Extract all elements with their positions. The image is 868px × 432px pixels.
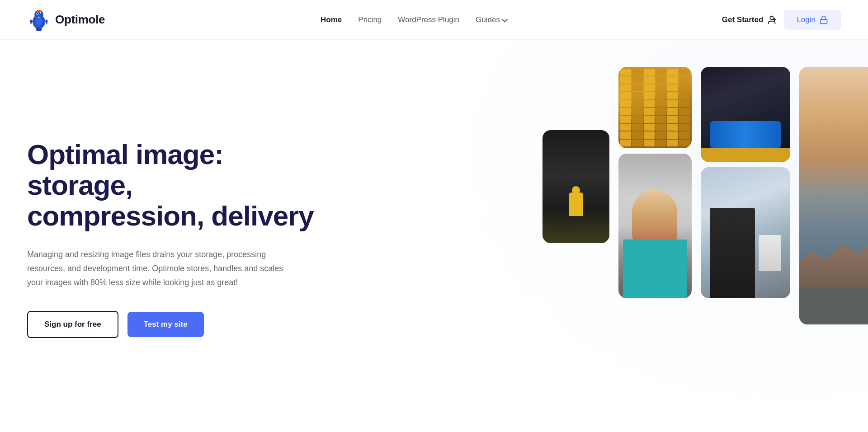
svg-point-8 (770, 16, 774, 19)
person-add-icon (767, 15, 777, 25)
nav-links: Home Pricing WordPress Plugin Guides (321, 15, 506, 24)
login-button[interactable]: Login (784, 10, 841, 30)
test-site-button[interactable]: Test my site (127, 312, 204, 337)
hero-image-1 (542, 130, 609, 243)
nav-link-wordpress[interactable]: WordPress Plugin (398, 15, 459, 24)
nav-item-pricing[interactable]: Pricing (358, 15, 382, 24)
lock-icon (819, 15, 828, 24)
brand-logo[interactable]: Optimole (27, 8, 105, 32)
nav-link-guides[interactable]: Guides (476, 15, 506, 24)
nav-item-home[interactable]: Home (321, 15, 342, 24)
navigation: Optimole Home Pricing WordPress Plugin G… (0, 0, 868, 40)
hero-image-5 (701, 167, 790, 298)
svg-point-7 (40, 12, 42, 13)
hero-image-collage (542, 67, 850, 410)
hero-description: Managing and resizing image files drains… (27, 248, 289, 289)
hero-cta-buttons: Sign up for free Test my site (27, 311, 316, 338)
svg-rect-6 (37, 10, 41, 12)
hero-title: Optimal image: storage, compression, del… (27, 139, 316, 232)
hero-section: Optimal image: storage, compression, del… (0, 40, 868, 428)
hero-image-2 (618, 67, 692, 148)
nav-right-actions: Get Started Login (722, 10, 841, 30)
hero-content: Optimal image: storage, compression, del… (27, 139, 316, 338)
signup-button[interactable]: Sign up for free (27, 311, 118, 338)
nav-link-pricing[interactable]: Pricing (358, 15, 382, 24)
svg-point-4 (37, 13, 38, 14)
svg-rect-11 (820, 19, 827, 23)
nav-link-home[interactable]: Home (321, 15, 342, 24)
hero-image-6 (799, 67, 868, 324)
logo-icon (27, 8, 51, 32)
chevron-down-icon (501, 16, 508, 22)
hero-image-4 (701, 67, 790, 162)
svg-point-5 (36, 18, 42, 26)
brand-name: Optimole (55, 13, 105, 27)
get-started-button[interactable]: Get Started (722, 15, 777, 25)
nav-item-wordpress-plugin[interactable]: WordPress Plugin (398, 15, 459, 24)
nav-item-guides[interactable]: Guides (476, 15, 506, 24)
hero-image-3 (618, 154, 692, 298)
